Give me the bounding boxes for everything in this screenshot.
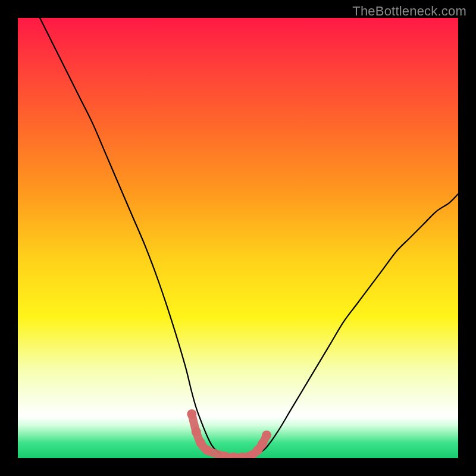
chart-svg [18, 18, 458, 458]
valley-marker-dot [196, 438, 205, 447]
plot-area [18, 18, 458, 458]
chart-frame: TheBottleneck.com [0, 0, 476, 476]
watermark-text: TheBottleneck.com [352, 4, 466, 19]
gradient-background [18, 18, 458, 458]
valley-marker-dot [192, 427, 201, 437]
valley-marker-dot [202, 446, 212, 455]
valley-marker-dot [187, 409, 196, 419]
valley-marker-dot [262, 431, 271, 440]
valley-marker-dot [258, 439, 267, 449]
